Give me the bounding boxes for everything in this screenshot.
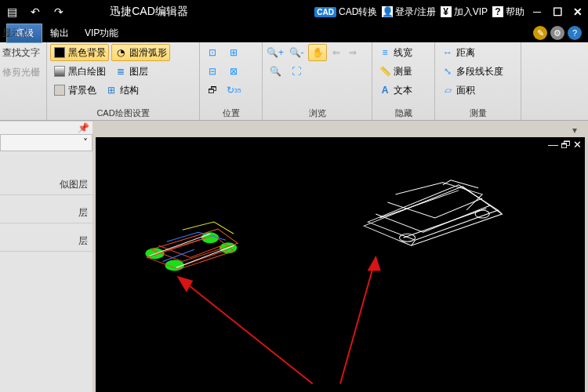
svg-point-1	[201, 232, 219, 243]
canvas-top-bar: ▾	[96, 125, 585, 137]
pos-btn-4[interactable]: ⊠	[224, 63, 243, 80]
linewidth-button[interactable]: ≡线宽	[376, 44, 416, 61]
polylen-button[interactable]: ⤡多段线长度	[438, 63, 506, 80]
menu-icon[interactable]: ▤	[0, 0, 24, 24]
svg-point-3	[220, 242, 237, 253]
svg-point-5	[475, 210, 489, 218]
nav-left-button[interactable]: ⇐	[329, 44, 343, 61]
pan-button[interactable]: ✋	[308, 44, 327, 61]
login-link[interactable]: 👤登录/注册	[382, 5, 435, 19]
side-show-point[interactable]: 显示点	[0, 24, 47, 43]
tab-output[interactable]: 输出	[42, 24, 77, 42]
svg-marker-7	[179, 278, 192, 291]
pos-btn-1[interactable]: ⊡	[203, 44, 222, 61]
settings-icon[interactable]: ⚙	[550, 26, 564, 40]
layer-item-3[interactable]: 层	[0, 231, 93, 252]
rotate-button[interactable]: ↻35	[224, 82, 243, 99]
smooth-arc-button[interactable]: ◔圆滑弧形	[111, 44, 170, 61]
svg-marker-9	[368, 257, 379, 270]
redo-icon[interactable]: ↷	[47, 0, 71, 24]
group-draw-settings: CAD绘图设置	[50, 107, 196, 120]
pos-btn-2[interactable]: ⊞	[224, 44, 243, 61]
cad-drawing	[96, 137, 585, 392]
vip-link[interactable]: ¥加入VIP	[441, 5, 488, 19]
group-hide: 隐藏	[376, 107, 431, 120]
cad-convert-link[interactable]: CAD转换	[339, 5, 377, 19]
panel-header: 📌	[0, 122, 93, 134]
group-position: 位置	[203, 107, 259, 120]
measure-button[interactable]: 📏测量	[376, 63, 416, 80]
svg-point-0	[145, 248, 164, 259]
tab-vip[interactable]: VIP功能	[77, 24, 126, 42]
bg-black-button[interactable]: 黑色背景	[50, 44, 109, 61]
help-link[interactable]: ?帮助	[492, 5, 524, 19]
side-trim-grid[interactable]: 修剪光栅	[0, 63, 47, 82]
layer-item-1[interactable]: 似图层	[0, 175, 93, 195]
minimize-button[interactable]: ─	[527, 0, 547, 24]
undo-icon[interactable]: ↶	[24, 0, 47, 24]
text-button[interactable]: A文本	[376, 82, 416, 99]
nav-right-button[interactable]: ⇒	[346, 44, 360, 61]
group-browse: 浏览	[266, 107, 368, 120]
panel-dropdown[interactable]: ˅	[0, 134, 93, 151]
pos-btn-3[interactable]: ⊟	[203, 63, 222, 80]
help-icon[interactable]: ?	[568, 26, 582, 40]
zoom-fit-button[interactable]: ⛶	[287, 63, 306, 80]
cad-canvas[interactable]: — 🗗 ✕	[96, 137, 585, 392]
edit-icon[interactable]: ✎	[533, 26, 547, 40]
layers-button[interactable]: ≣图层	[111, 63, 151, 80]
svg-line-6	[179, 278, 313, 384]
app-title: 迅捷CAD编辑器	[71, 5, 227, 19]
group-measure: 测量	[438, 107, 517, 120]
pin-icon[interactable]: 📌	[78, 122, 89, 133]
distance-button[interactable]: ↔距离	[438, 44, 478, 61]
zoom-button[interactable]: 🔍	[266, 63, 285, 80]
pos-btn-5[interactable]: 🗗	[203, 82, 222, 99]
cad-badge: CAD	[314, 7, 336, 17]
zoom-out-button[interactable]: 🔍-	[287, 44, 306, 61]
close-button[interactable]: ✕	[568, 0, 588, 24]
svg-point-4	[399, 234, 415, 241]
structure-button[interactable]: ⊞结构	[102, 82, 142, 99]
zoom-in-button[interactable]: 🔍+	[266, 44, 285, 61]
layer-item-2[interactable]: 层	[0, 203, 93, 223]
canvas-restore-icon[interactable]: 🗗	[561, 139, 571, 151]
maximize-button[interactable]: ☐	[547, 0, 568, 24]
area-button[interactable]: ▱面积	[438, 82, 478, 99]
bg-color-button[interactable]: 背景色	[50, 82, 100, 99]
bw-draw-button[interactable]: 黑白绘图	[50, 63, 109, 80]
svg-point-2	[165, 260, 184, 270]
canvas-close-icon[interactable]: ✕	[573, 139, 582, 151]
canvas-min-icon[interactable]: —	[548, 139, 558, 151]
svg-line-8	[340, 257, 376, 383]
side-find-text[interactable]: 查找文字	[0, 43, 47, 63]
